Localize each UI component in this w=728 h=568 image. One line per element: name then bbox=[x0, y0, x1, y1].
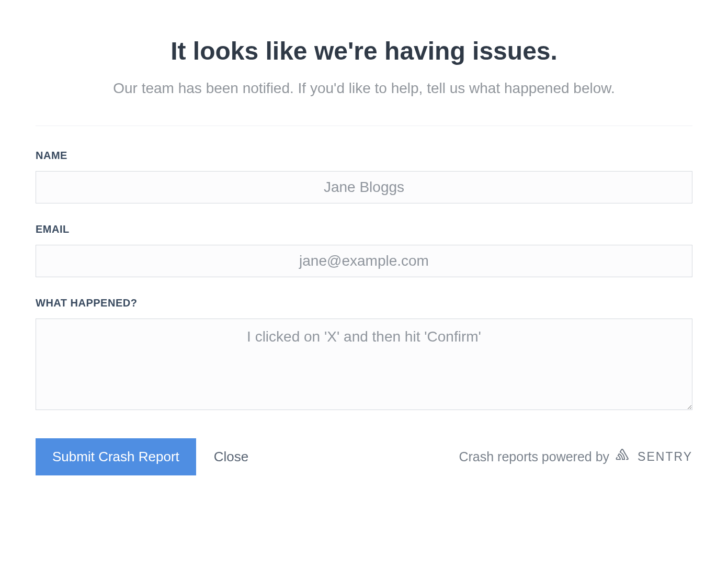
dialog-footer: Submit Crash Report Close Crash reports … bbox=[36, 438, 692, 475]
sentry-brand-text: SENTRY bbox=[638, 450, 692, 464]
email-label: EMAIL bbox=[36, 223, 692, 235]
name-label: NAME bbox=[36, 150, 692, 162]
email-input[interactable] bbox=[36, 245, 692, 277]
powered-by-text: Crash reports powered by bbox=[459, 449, 609, 464]
description-label: WHAT HAPPENED? bbox=[36, 297, 692, 309]
sentry-icon bbox=[616, 449, 634, 465]
name-field-group: NAME bbox=[36, 150, 692, 203]
crash-report-dialog: It looks like we're having issues. Our t… bbox=[36, 37, 692, 475]
sentry-logo[interactable]: SENTRY bbox=[616, 449, 692, 465]
powered-by-attribution: Crash reports powered by SENTRY bbox=[459, 449, 692, 465]
description-textarea[interactable] bbox=[36, 319, 692, 410]
dialog-header: It looks like we're having issues. Our t… bbox=[36, 37, 692, 126]
description-field-group: WHAT HAPPENED? bbox=[36, 297, 692, 412]
dialog-subtitle: Our team has been notified. If you'd lik… bbox=[36, 80, 692, 97]
close-button[interactable]: Close bbox=[199, 438, 263, 475]
email-field-group: EMAIL bbox=[36, 223, 692, 277]
submit-button[interactable]: Submit Crash Report bbox=[36, 438, 196, 475]
dialog-title: It looks like we're having issues. bbox=[36, 37, 692, 65]
name-input[interactable] bbox=[36, 171, 692, 203]
